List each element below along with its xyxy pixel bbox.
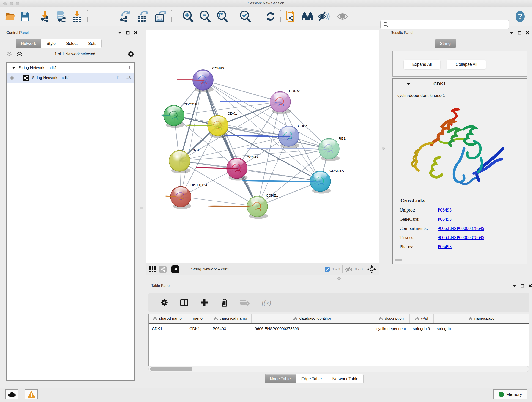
tab-select[interactable]: Select	[61, 39, 83, 48]
export-network-icon[interactable]	[120, 11, 131, 22]
table-row[interactable]: CDK1CDK1P064939606.ENSP00000378699cyclin…	[149, 324, 529, 334]
right-splitter-handle[interactable]	[382, 147, 385, 150]
column-header-@id[interactable]: @id	[410, 314, 434, 323]
graph-node-CCNA1[interactable]: CCNA1	[220, 89, 301, 114]
panel-collapse-icon[interactable]	[510, 32, 514, 34]
open-folder-icon[interactable]	[5, 12, 16, 21]
network-row-selected[interactable]: String Network – cdk1 11 48	[7, 73, 134, 83]
graph-node-CCNB2[interactable]: CCNB2	[177, 66, 224, 92]
cell-4[interactable]: cyclin-dependent ...	[373, 324, 410, 334]
table-panel-title: Table Panel	[151, 284, 171, 288]
tab-edge-table[interactable]: Edge Table	[296, 374, 327, 383]
collapse-all-icon[interactable]	[6, 51, 12, 57]
import-table-icon[interactable]	[71, 10, 82, 23]
cell-3[interactable]: 9606.ENSP00000378699	[252, 324, 373, 334]
memory-button[interactable]: Memory	[493, 389, 527, 400]
panel-collapse-icon[interactable]	[512, 284, 516, 287]
entry-header[interactable]: CDK1	[393, 79, 526, 89]
network-view-canvas[interactable]: CCNB2CCNA1CDC25BCDK1CDC6RB1CCNB1CCNA2CDK…	[146, 30, 380, 263]
crosslink-link[interactable]: 9606.ENSP00000378699	[438, 235, 484, 240]
expand-all-button[interactable]: Expand All	[404, 60, 440, 69]
selected-checkbox-icon[interactable]	[324, 267, 330, 272]
tab-string[interactable]: String	[435, 39, 456, 48]
gear-icon[interactable]	[127, 51, 134, 57]
import-database-icon[interactable]	[55, 11, 67, 22]
crosslink-link[interactable]: P06493	[438, 207, 452, 213]
network-view-icon[interactable]	[159, 266, 167, 273]
cell-6[interactable]: stringdb	[434, 324, 530, 334]
table-hscrollbar[interactable]	[148, 366, 529, 372]
tab-network-table[interactable]: Network Table	[327, 374, 364, 383]
panel-close-icon[interactable]	[526, 31, 529, 35]
tree-expander-icon[interactable]	[12, 66, 16, 69]
tab-node-table[interactable]: Node Table	[265, 374, 296, 383]
export-table-icon[interactable]	[137, 10, 148, 23]
zoom-in-icon[interactable]	[182, 11, 194, 22]
column-header-database-identifier[interactable]: database identifier	[252, 314, 373, 323]
panel-close-icon[interactable]	[528, 284, 532, 288]
tab-sets[interactable]: Sets	[83, 39, 102, 48]
cell-0[interactable]: CDK1	[149, 324, 186, 334]
graph-node-CDC25B[interactable]: CDC25B	[161, 102, 197, 128]
warning-button[interactable]	[25, 389, 38, 400]
column-header-shared-name[interactable]: shared name	[149, 314, 186, 323]
tab-style[interactable]: Style	[41, 39, 61, 48]
cloud-button[interactable]	[5, 389, 18, 400]
panel-float-icon[interactable]	[126, 31, 130, 35]
left-splitter-handle[interactable]	[140, 206, 143, 210]
panel-collapse-icon[interactable]	[118, 32, 122, 34]
birdseye-view-icon[interactable]	[171, 265, 179, 273]
tab-network[interactable]: Network	[16, 39, 41, 48]
zoom-selected-icon[interactable]	[239, 11, 251, 22]
hide-selected-eye-icon[interactable]	[317, 12, 330, 22]
panel-float-icon[interactable]	[520, 284, 524, 288]
table-hscrollbar-thumb[interactable]	[150, 367, 192, 371]
cell-2[interactable]: P06493	[209, 324, 252, 334]
toolbar-separator	[32, 10, 33, 23]
column-header-description[interactable]: description	[373, 314, 410, 323]
collapse-all-button[interactable]: Collapse All	[447, 60, 486, 69]
search-input[interactable]	[390, 22, 509, 27]
pan-crosshair-icon[interactable]	[367, 265, 376, 274]
zoom-fit-icon[interactable]	[216, 11, 228, 22]
table-settings-gear-icon[interactable]	[160, 299, 168, 306]
entry-expander-icon[interactable]	[406, 83, 411, 85]
column-header-namespace[interactable]: namespace	[434, 314, 530, 323]
horizontal-splitter-handle[interactable]	[337, 277, 341, 280]
panel-float-icon[interactable]	[518, 31, 521, 35]
export-image-icon[interactable]	[154, 10, 166, 23]
network-graph[interactable]: CCNB2CCNA1CDC25BCDK1CDC6RB1CCNB1CCNA2CDK…	[146, 30, 379, 263]
results-scrollbar-thumb[interactable]	[394, 259, 402, 261]
column-header-canonical-name[interactable]: canonical name	[209, 314, 252, 323]
refresh-icon[interactable]	[265, 11, 276, 22]
show-columns-icon[interactable]	[180, 298, 188, 307]
network-selection-status: 1 of 1 Network selected	[22, 52, 127, 56]
graph-node-CDC6[interactable]: CDC6	[225, 124, 307, 148]
grid-view-icon[interactable]	[149, 266, 156, 273]
search-field[interactable]	[380, 20, 509, 29]
import-network-icon[interactable]	[39, 11, 50, 22]
graph-node-CCNB1[interactable]: CCNB1	[169, 148, 201, 173]
graph-node-CCNE1[interactable]: CCNE1	[207, 193, 278, 219]
show-selected-eye-icon[interactable]	[336, 12, 348, 21]
zoom-out-icon[interactable]	[199, 11, 211, 22]
crosslink-link[interactable]: 9606.ENSP00000378699	[438, 226, 484, 231]
graph-node-HIST1H1A[interactable]: HIST1H1A	[165, 183, 208, 209]
show-all-networks-icon[interactable]	[301, 12, 314, 22]
panel-close-icon[interactable]	[134, 31, 138, 35]
hidden-eye-icon[interactable]	[345, 266, 353, 273]
entry-body: cyclin-dependent kinase 1	[394, 91, 525, 261]
save-icon[interactable]	[20, 12, 30, 22]
cell-5[interactable]: stringdb:9...	[410, 324, 434, 334]
help-icon[interactable]: ?	[515, 11, 525, 22]
add-column-icon[interactable]	[200, 298, 209, 307]
clone-network-icon[interactable]	[285, 10, 296, 23]
cell-1[interactable]: CDK1	[186, 324, 209, 334]
expand-all-icon[interactable]	[17, 51, 22, 57]
column-header-name[interactable]: name	[186, 314, 209, 323]
node-label-CCNB2: CCNB2	[212, 66, 224, 70]
delete-column-icon[interactable]	[220, 298, 228, 307]
crosslink-link[interactable]: P06493	[438, 244, 452, 249]
network-collection-row[interactable]: String Network – cdk1 1	[7, 63, 134, 73]
crosslink-link[interactable]: P06493	[438, 217, 452, 222]
